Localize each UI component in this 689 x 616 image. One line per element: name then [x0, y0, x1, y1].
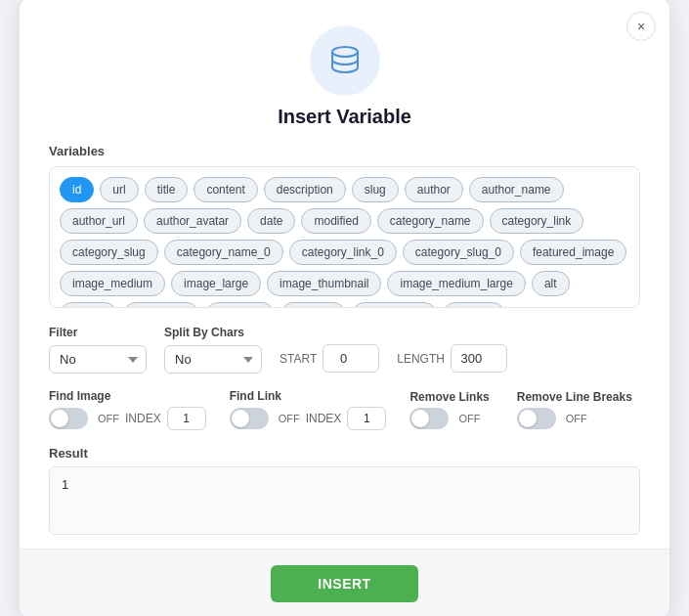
variable-tag-category_link[interactable]: category_link — [490, 208, 584, 234]
variable-tag-author_url[interactable]: author_url — [60, 208, 138, 234]
variable-tag-thumbnailid[interactable]: thumbnailid — [352, 302, 437, 308]
variable-tag-author_name[interactable]: author_name — [469, 177, 564, 202]
header-icon-area — [49, 25, 640, 96]
variables-container[interactable]: idurltitlecontentdescriptionslugauthorau… — [49, 166, 640, 308]
remove-links-toggle-state: OFF — [458, 413, 480, 424]
filter-label: Filter — [49, 326, 147, 339]
variable-tag-category_slug[interactable]: category_slug — [60, 240, 158, 265]
split-by-chars-select[interactable]: No Yes — [164, 345, 262, 374]
length-input[interactable] — [451, 344, 507, 373]
variable-tag-thumbnail[interactable]: thumbnail — [123, 302, 199, 308]
start-label: START — [280, 352, 317, 366]
find-link-toggle[interactable] — [230, 408, 269, 429]
remove-line-breaks-toggle-state: OFF — [566, 413, 587, 424]
variable-tag-category_link_0[interactable]: category_link_0 — [289, 240, 397, 265]
find-link-group: Find Link OFF INDEX — [230, 389, 387, 430]
filter-group: Filter No Yes — [49, 326, 147, 374]
variable-tag-title[interactable]: title — [145, 177, 189, 202]
find-link-index-label: INDEX — [306, 412, 342, 425]
result-label: Result — [49, 446, 640, 461]
remove-links-label: Remove Links — [409, 390, 489, 404]
start-group: START — [280, 344, 379, 373]
toggles-row: Find Image OFF INDEX Find Link OFF INDEX — [49, 389, 640, 430]
insert-variable-modal: × Insert Variable Variables idurltitleco… — [20, 0, 669, 616]
remove-links-group: Remove Links OFF — [409, 390, 493, 429]
variable-tag-ytvideo[interactable]: ytvideo — [443, 302, 505, 308]
remove-line-breaks-toggle-knob — [519, 410, 537, 427]
variable-tag-category_slug_0[interactable]: category_slug_0 — [403, 240, 514, 265]
variable-tag-featured_image[interactable]: featured_image — [520, 240, 626, 265]
variable-tag-date[interactable]: date — [247, 208, 295, 234]
filter-select[interactable]: No Yes — [49, 345, 147, 374]
modal-title: Insert Variable — [49, 106, 640, 128]
variables-section-label: Variables — [49, 144, 640, 158]
remove-links-toggle[interactable] — [409, 408, 449, 429]
database-icon — [326, 42, 364, 79]
split-by-chars-group: Split By Chars No Yes — [164, 326, 262, 374]
variable-tag-category_name_0[interactable]: category_name_0 — [164, 240, 283, 265]
variable-tag-image_thumbnail[interactable]: image_thumbnail — [267, 271, 381, 296]
find-image-label: Find Image — [49, 389, 202, 403]
database-icon-circle — [310, 25, 380, 96]
close-button[interactable]: × — [626, 12, 656, 41]
variable-tag-category_name[interactable]: category_name — [377, 208, 484, 234]
start-input[interactable] — [323, 344, 379, 373]
variable-tag-id[interactable]: id — [60, 177, 94, 202]
result-box: 1 — [49, 466, 640, 535]
variable-tag-image_medium[interactable]: image_medium — [60, 271, 165, 296]
variable-tag-alt[interactable]: alt — [532, 271, 570, 296]
variable-tag-content[interactable]: content — [194, 177, 257, 202]
variable-tag-url_label[interactable]: url_label — [205, 302, 275, 308]
variable-tag-author[interactable]: author — [405, 177, 463, 202]
insert-button[interactable]: INSERT — [271, 565, 417, 602]
variable-tag-description[interactable]: description — [264, 177, 346, 202]
result-section: Result 1 — [49, 446, 640, 535]
find-image-toggle-knob — [51, 410, 68, 427]
find-link-index-input[interactable] — [347, 407, 386, 430]
remove-links-toggle-knob — [411, 410, 429, 427]
variable-tag-image_medium_large[interactable]: image_medium_large — [387, 271, 525, 296]
find-link-toggle-state: OFF — [279, 413, 300, 424]
footer: INSERT — [20, 549, 669, 616]
find-image-toggle[interactable] — [49, 408, 88, 429]
variable-tag-image[interactable]: image — [60, 302, 117, 308]
controls-row: Filter No Yes Split By Chars No Yes STAR… — [49, 326, 640, 374]
length-label: LENGTH — [397, 352, 445, 366]
svg-point-0 — [332, 47, 358, 57]
remove-line-breaks-label: Remove Line Breaks — [517, 390, 632, 404]
split-by-chars-label: Split By Chars — [164, 326, 262, 339]
find-image-group: Find Image OFF INDEX — [49, 389, 206, 430]
length-group: LENGTH — [397, 344, 507, 373]
find-image-index-input[interactable] — [167, 407, 206, 430]
find-link-toggle-knob — [232, 410, 249, 427]
variable-tag-url[interactable]: url — [100, 177, 138, 202]
find-image-index-label: INDEX — [125, 412, 161, 425]
remove-line-breaks-toggle[interactable] — [517, 408, 556, 429]
variable-tag-slug[interactable]: slug — [352, 177, 399, 202]
variable-tag-modified[interactable]: modified — [301, 208, 370, 234]
variable-tag-image_large[interactable]: image_large — [171, 271, 261, 296]
variable-tag-editlock[interactable]: editlock — [280, 302, 346, 308]
find-link-label: Find Link — [230, 389, 383, 403]
variable-tag-author_avatar[interactable]: author_avatar — [144, 208, 241, 234]
remove-line-breaks-group: Remove Line Breaks OFF — [517, 390, 636, 429]
find-image-toggle-state: OFF — [98, 413, 119, 424]
